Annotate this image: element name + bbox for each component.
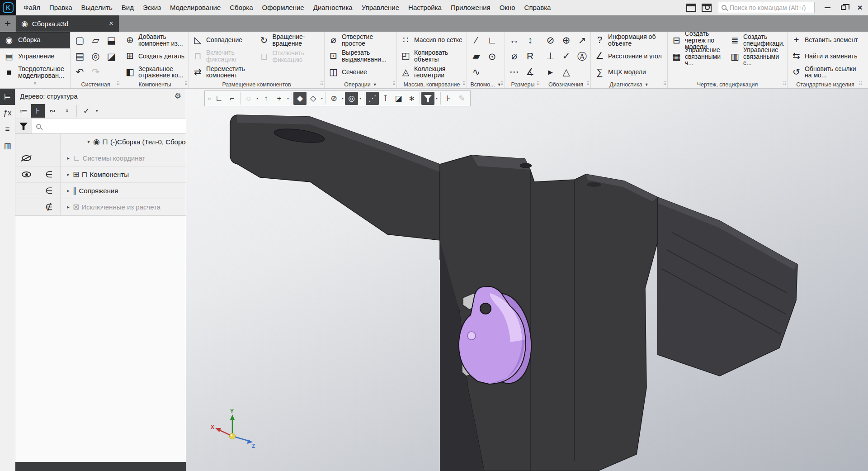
mass-properties-button[interactable]: ∑МЦХ модели bbox=[592, 64, 666, 80]
diameter-dimension-button[interactable]: ⌀ bbox=[506, 48, 522, 64]
dropdown-icon[interactable]: ▾ bbox=[286, 96, 290, 100]
menu-item-2[interactable]: Правка bbox=[45, 0, 77, 15]
element-of-toggle[interactable]: ∈ bbox=[38, 183, 61, 199]
command-search-input[interactable] bbox=[730, 4, 811, 11]
section-grip-icon[interactable]: ⠿ bbox=[537, 81, 540, 86]
menu-item-12[interactable]: Приложения bbox=[446, 0, 495, 15]
find-replace-button[interactable]: ⇆Найти и заменить bbox=[789, 48, 862, 64]
shaded-view-button[interactable]: ◆ bbox=[293, 92, 307, 105]
tree-search-input[interactable] bbox=[45, 123, 186, 130]
dropdown-icon[interactable]: ▾ bbox=[255, 96, 259, 100]
section-grip-icon[interactable]: ⠿ bbox=[462, 81, 466, 86]
new-tab-button[interactable]: + bbox=[0, 15, 16, 32]
manage-linked-drawings-button[interactable]: ▦Управление связанными ч... bbox=[669, 48, 727, 65]
tree-filter-button[interactable] bbox=[15, 119, 32, 133]
assembly-model[interactable] bbox=[186, 89, 868, 471]
section-button[interactable]: ◫Сечение bbox=[326, 64, 395, 80]
tree-panel-panel-button[interactable]: ⊨ bbox=[0, 89, 15, 105]
undo-button[interactable]: ↶ bbox=[72, 64, 88, 80]
dropdown-icon[interactable]: ▾ bbox=[94, 109, 100, 113]
menu-item-10[interactable]: Управление bbox=[357, 0, 404, 15]
open-document-button[interactable]: ▱ bbox=[88, 32, 104, 48]
tree-list-button[interactable]: ≔ bbox=[17, 104, 30, 118]
drag-handle-icon[interactable]: ⠿ bbox=[207, 96, 212, 101]
update-links-button[interactable]: ↺Обновить ссылки на мо... bbox=[789, 64, 862, 80]
dropdown-icon[interactable]: ▾ bbox=[340, 96, 345, 100]
menu-item-3[interactable]: Выделить bbox=[77, 0, 117, 15]
structure-view-button[interactable]: ⊦ bbox=[442, 92, 455, 105]
clip-view-button[interactable]: ◪ bbox=[392, 92, 405, 105]
section-dropdown-icon[interactable]: ▼ bbox=[645, 82, 649, 87]
checklist-panel-button[interactable]: ▥ bbox=[0, 138, 15, 154]
print-button[interactable]: ▤ bbox=[72, 48, 88, 64]
construction-axis-button[interactable]: ∕ bbox=[468, 32, 484, 48]
distance-angle-button[interactable]: ∠Расстояние и угол bbox=[592, 48, 666, 64]
menu-item-4[interactable]: Вид bbox=[117, 0, 138, 15]
element-of-toggle[interactable]: ∈ bbox=[38, 167, 61, 182]
minimize-button[interactable] bbox=[819, 0, 835, 15]
layers-panel-button[interactable]: ≡ bbox=[0, 121, 15, 138]
normal-to-button[interactable]: ↑ bbox=[259, 92, 273, 105]
rotation-rotation-button[interactable]: ↻Вращение-вращение bbox=[257, 32, 323, 48]
auto-dimension-button[interactable]: ↔ bbox=[506, 32, 522, 48]
section-grip-icon[interactable]: ⠿ bbox=[392, 81, 396, 86]
create-drawing-button[interactable]: ⊟Создать чертеж по модели bbox=[669, 32, 727, 48]
dimension-chain-button[interactable]: ⋯ bbox=[506, 64, 522, 80]
geometry-collection-button[interactable]: ◬Коллекция геометрии bbox=[398, 64, 465, 80]
expander-closed-icon[interactable]: ▸ bbox=[64, 188, 73, 194]
window-settings-button[interactable] bbox=[700, 2, 713, 14]
close-button[interactable]: × bbox=[852, 0, 868, 15]
add-component-button[interactable]: ⊕Добавить компонент из... bbox=[123, 32, 187, 48]
manage-linked-specs-button[interactable]: ▥Управление связанными с... bbox=[727, 48, 786, 65]
insert-element-button[interactable]: +Вставить элемент bbox=[789, 32, 862, 48]
relations-button[interactable]: ∾ bbox=[46, 104, 59, 118]
create-spec-button[interactable]: ≣Создать спецификаци... bbox=[727, 32, 786, 48]
section-grip-icon[interactable]: ⠿ bbox=[117, 81, 120, 86]
area-select-button[interactable]: ▫ bbox=[60, 104, 74, 118]
cut-extrude-button[interactable]: ⊡Вырезать выдавливани... bbox=[326, 48, 395, 64]
mode-item-1[interactable]: ◉Сборка bbox=[0, 32, 70, 48]
mirror-component-button[interactable]: ◧Зеркальное отражение ко... bbox=[123, 64, 187, 80]
plan-view-button[interactable]: ∟ bbox=[212, 92, 226, 105]
ghost-view-button[interactable]: ◎ bbox=[345, 92, 358, 105]
menu-item-5[interactable]: Эскиз bbox=[138, 0, 165, 15]
datum-button[interactable]: ⊥ bbox=[542, 48, 558, 64]
control-point-button[interactable]: ⊙ bbox=[484, 48, 500, 65]
preview-button[interactable]: ◎ bbox=[88, 48, 104, 64]
section-grip-icon[interactable]: ⠿ bbox=[500, 81, 504, 86]
save-as-button[interactable]: ◪ bbox=[104, 48, 119, 65]
menu-item-13[interactable]: Окно bbox=[495, 0, 520, 15]
arrow-note-button[interactable]: ↗ bbox=[574, 32, 590, 48]
tab-close-icon[interactable]: × bbox=[109, 19, 113, 28]
filter-objects-button[interactable] bbox=[421, 92, 434, 105]
tree-item[interactable]: ▾◉⊓(-)Сборка (Тел-0, Сборочных ед bbox=[15, 134, 186, 150]
restore-button[interactable] bbox=[835, 0, 852, 15]
zoom-area-button[interactable]: ◌ bbox=[242, 92, 255, 105]
model-beam[interactable] bbox=[230, 115, 440, 240]
linear-dimension-button[interactable]: ↕ bbox=[522, 32, 538, 48]
dropdown-icon[interactable]: ▾ bbox=[434, 96, 439, 100]
hide-objects-button[interactable]: ⊘ bbox=[327, 92, 340, 105]
expander-closed-icon[interactable]: ▸ bbox=[64, 155, 73, 161]
model-wing[interactable] bbox=[658, 197, 797, 376]
menu-item-9[interactable]: Диагностика bbox=[309, 0, 357, 15]
radial-dimension-button[interactable]: R bbox=[522, 48, 538, 64]
flag-button[interactable]: ▸ bbox=[542, 64, 558, 80]
3d-viewport[interactable]: X Y Z ⠿∟⌐◌▾↑+▾◆◇▾⊘▾◎▾⋰⊺◪∗▾⊦✎ bbox=[186, 89, 868, 471]
command-search[interactable] bbox=[718, 2, 815, 13]
thread-button[interactable]: ⊘ bbox=[542, 32, 558, 48]
menu-item-14[interactable]: Справка bbox=[520, 0, 556, 15]
copy-objects-button[interactable]: ◰Копировать объекты bbox=[398, 48, 465, 64]
tree-item[interactable]: ∈▸⊞⊓Компоненты bbox=[15, 167, 186, 183]
section-dropdown-icon[interactable]: ▼ bbox=[373, 82, 377, 87]
plan-lcs-button[interactable]: ⌐ bbox=[226, 92, 239, 105]
spline-button[interactable]: ∿ bbox=[468, 64, 484, 80]
tree-item[interactable]: ∉▸⊠Исключенные из расчета bbox=[15, 199, 186, 215]
expander-closed-icon[interactable]: ▸ bbox=[64, 171, 73, 177]
not-element-of-toggle[interactable]: ∉ bbox=[38, 199, 61, 215]
create-part-button[interactable]: ⊞Создать деталь bbox=[123, 48, 187, 64]
new-document-button[interactable]: ▢ bbox=[72, 32, 88, 48]
menu-item-11[interactable]: Настройка bbox=[404, 0, 446, 15]
orientation-button[interactable]: + bbox=[273, 92, 286, 105]
menu-item-8[interactable]: Оформление bbox=[258, 0, 309, 15]
